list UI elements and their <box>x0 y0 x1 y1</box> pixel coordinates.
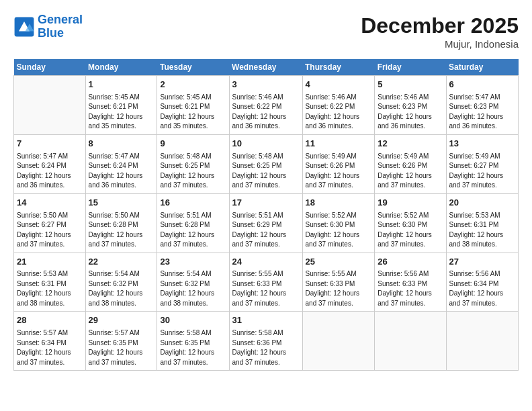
cell-content-line: and 35 minutes. <box>160 122 226 132</box>
cell-content-line: Daylight: 12 hours <box>306 230 372 240</box>
calendar-week-1: 1Sunrise: 5:45 AMSunset: 6:21 PMDaylight… <box>14 76 519 135</box>
cell-content-line: and 37 minutes. <box>449 299 516 309</box>
calendar-cell: 23Sunrise: 5:54 AMSunset: 6:32 PMDayligh… <box>157 253 229 312</box>
cell-content-line: Daylight: 12 hours <box>306 112 372 122</box>
day-number: 23 <box>160 256 226 269</box>
cell-content-line: Daylight: 12 hours <box>89 289 154 299</box>
cell-content-line: Sunrise: 5:54 AM <box>89 269 154 279</box>
cell-content-line: Sunrise: 5:48 AM <box>232 152 300 162</box>
col-sunday: Sunday <box>14 59 86 76</box>
cell-content-line: Sunrise: 5:56 AM <box>449 269 516 279</box>
cell-content-line: Sunset: 6:22 PM <box>232 102 300 112</box>
calendar-cell: 25Sunrise: 5:55 AMSunset: 6:33 PMDayligh… <box>302 253 375 312</box>
day-number: 1 <box>89 79 154 91</box>
calendar-cell: 2Sunrise: 5:45 AMSunset: 6:21 PMDaylight… <box>157 76 229 135</box>
day-number: 21 <box>17 256 83 269</box>
calendar-cell: 27Sunrise: 5:56 AMSunset: 6:34 PMDayligh… <box>446 253 519 312</box>
cell-content-line: Daylight: 12 hours <box>160 112 226 122</box>
cell-content-line: Sunrise: 5:53 AM <box>449 211 516 221</box>
cell-content-line: Sunrise: 5:49 AM <box>378 152 443 162</box>
day-number: 11 <box>306 138 372 150</box>
cell-content-line: Daylight: 12 hours <box>449 289 516 299</box>
cell-content-line: Daylight: 12 hours <box>17 348 83 358</box>
calendar-cell <box>14 76 86 135</box>
cell-content-line: Daylight: 12 hours <box>378 112 443 122</box>
calendar-cell: 8Sunrise: 5:47 AMSunset: 6:24 PMDaylight… <box>85 134 157 193</box>
cell-content-line: Sunrise: 5:55 AM <box>232 269 300 279</box>
calendar-cell: 16Sunrise: 5:51 AMSunset: 6:28 PMDayligh… <box>157 193 229 253</box>
cell-content-line: and 37 minutes. <box>378 181 443 191</box>
cell-content-line: and 38 minutes. <box>449 240 516 250</box>
calendar-cell: 13Sunrise: 5:49 AMSunset: 6:27 PMDayligh… <box>446 134 519 193</box>
col-friday: Friday <box>375 59 446 76</box>
cell-content-line: Sunrise: 5:47 AM <box>89 152 154 162</box>
cell-content-line: Daylight: 12 hours <box>17 289 83 299</box>
cell-content-line: Sunset: 6:33 PM <box>232 279 300 289</box>
calendar-cell: 30Sunrise: 5:58 AMSunset: 6:35 PMDayligh… <box>157 312 229 371</box>
cell-content-line: Sunset: 6:31 PM <box>17 279 83 289</box>
calendar-week-3: 14Sunrise: 5:50 AMSunset: 6:27 PMDayligh… <box>14 193 519 253</box>
cell-content-line: and 38 minutes. <box>160 299 226 309</box>
day-number: 14 <box>17 197 83 210</box>
calendar-cell: 22Sunrise: 5:54 AMSunset: 6:32 PMDayligh… <box>85 253 157 312</box>
cell-content-line: Sunrise: 5:52 AM <box>306 211 372 221</box>
cell-content-line: Sunset: 6:32 PM <box>89 279 154 289</box>
day-number: 8 <box>89 138 154 150</box>
calendar-cell: 6Sunrise: 5:47 AMSunset: 6:23 PMDaylight… <box>446 76 519 135</box>
cell-content-line: Sunrise: 5:49 AM <box>449 152 516 162</box>
cell-content-line: Sunset: 6:31 PM <box>449 220 516 230</box>
cell-content-line: Sunset: 6:21 PM <box>89 102 154 112</box>
cell-content-line: Daylight: 12 hours <box>232 348 300 358</box>
cell-content-line: Sunset: 6:33 PM <box>306 279 372 289</box>
cell-content-line: Daylight: 12 hours <box>449 112 516 122</box>
calendar-cell: 31Sunrise: 5:58 AMSunset: 6:36 PMDayligh… <box>229 312 302 371</box>
day-number: 30 <box>160 314 226 327</box>
cell-content-line: and 37 minutes. <box>89 358 154 368</box>
cell-content-line: Sunset: 6:32 PM <box>160 279 226 289</box>
month-title: December 2025 <box>361 13 519 38</box>
cell-content-line: Sunset: 6:28 PM <box>160 220 226 230</box>
calendar-week-4: 21Sunrise: 5:53 AMSunset: 6:31 PMDayligh… <box>14 253 519 312</box>
cell-content-line: Sunset: 6:22 PM <box>306 102 372 112</box>
day-number: 16 <box>160 197 226 210</box>
cell-content-line: Sunset: 6:23 PM <box>378 102 443 112</box>
cell-content-line: Sunrise: 5:47 AM <box>17 152 83 162</box>
day-number: 3 <box>232 79 300 91</box>
cell-content-line: Sunset: 6:27 PM <box>449 161 516 171</box>
header: General Blue December 2025 Mujur, Indone… <box>13 13 519 50</box>
day-number: 22 <box>89 256 154 269</box>
cell-content-line: and 37 minutes. <box>306 181 372 191</box>
cell-content-line: Daylight: 12 hours <box>160 348 226 358</box>
cell-content-line: Sunrise: 5:56 AM <box>378 269 443 279</box>
cell-content-line: Daylight: 12 hours <box>89 112 154 122</box>
cell-content-line: Sunset: 6:35 PM <box>89 338 154 349</box>
cell-content-line: Daylight: 12 hours <box>449 230 516 240</box>
cell-content-line: Sunset: 6:25 PM <box>160 161 226 171</box>
cell-content-line: Sunrise: 5:50 AM <box>17 211 83 221</box>
cell-content-line: Sunset: 6:21 PM <box>160 102 226 112</box>
day-number: 12 <box>378 138 443 150</box>
cell-content-line: Sunrise: 5:54 AM <box>160 269 226 279</box>
cell-content-line: Sunset: 6:25 PM <box>232 161 300 171</box>
cell-content-line: Sunset: 6:36 PM <box>232 338 300 349</box>
cell-content-line: Daylight: 12 hours <box>306 289 372 299</box>
calendar-cell <box>446 312 519 371</box>
cell-content-line: Sunset: 6:30 PM <box>378 220 443 230</box>
cell-content-line: Sunset: 6:24 PM <box>17 161 83 171</box>
logo-text: General Blue <box>38 13 83 40</box>
cell-content-line: and 37 minutes. <box>160 240 226 250</box>
day-number: 26 <box>378 256 443 269</box>
day-number: 10 <box>232 138 300 150</box>
calendar-cell: 19Sunrise: 5:52 AMSunset: 6:30 PMDayligh… <box>375 193 446 253</box>
cell-content-line: and 37 minutes. <box>306 240 372 250</box>
cell-content-line: and 37 minutes. <box>17 358 83 368</box>
cell-content-line: and 37 minutes. <box>89 240 154 250</box>
cell-content-line: Daylight: 12 hours <box>449 171 516 181</box>
calendar-cell: 17Sunrise: 5:51 AMSunset: 6:29 PMDayligh… <box>229 193 302 253</box>
cell-content-line: Sunset: 6:34 PM <box>449 279 516 289</box>
calendar-week-5: 28Sunrise: 5:57 AMSunset: 6:34 PMDayligh… <box>14 312 519 371</box>
day-number: 9 <box>160 138 226 150</box>
col-wednesday: Wednesday <box>229 59 302 76</box>
calendar-cell: 14Sunrise: 5:50 AMSunset: 6:27 PMDayligh… <box>14 193 86 253</box>
cell-content-line: Sunrise: 5:48 AM <box>160 152 226 162</box>
